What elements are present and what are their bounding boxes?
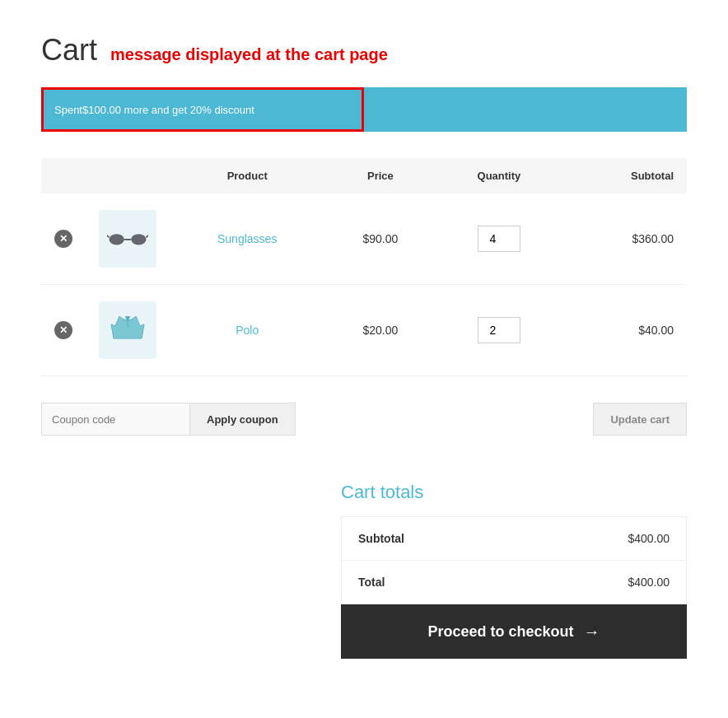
checkout-arrow-icon: → <box>584 622 600 641</box>
subtotal-row: Subtotal $400.00 <box>342 517 686 561</box>
table-row: ✕ Polo $20.00 $40.00 <box>41 285 687 376</box>
svg-line-5 <box>107 235 110 238</box>
col-price-header: Price <box>324 158 436 193</box>
product-image-cell <box>86 285 170 376</box>
total-value: $400.00 <box>628 576 670 589</box>
coupon-left: Apply coupon <box>41 403 296 436</box>
subtotal-label: Subtotal <box>358 532 404 545</box>
remove-button-1[interactable]: ✕ <box>54 321 72 339</box>
svg-line-6 <box>147 235 149 238</box>
product-qty-cell <box>436 285 562 376</box>
remove-button-0[interactable]: ✕ <box>54 230 72 248</box>
cart-table: Product Price Quantity Subtotal ✕ <box>41 158 687 376</box>
progress-bar-text: Spent$100.00 more and get 20% discount <box>54 104 254 116</box>
coupon-input[interactable] <box>41 403 189 436</box>
product-name-cell: Sunglasses <box>170 193 324 285</box>
progress-bar-container: Spent$100.00 more and get 20% discount <box>41 87 687 132</box>
remove-cell: ✕ <box>41 285 86 376</box>
product-image-cell <box>86 193 170 285</box>
product-link-1[interactable]: Polo <box>236 324 259 337</box>
coupon-row: Apply coupon Update cart <box>41 396 687 442</box>
col-remove-header <box>41 158 86 193</box>
subtotal-value: $400.00 <box>628 532 670 545</box>
col-subtotal-header: Subtotal <box>562 158 687 193</box>
table-row: ✕ Sunglasses $90.00 $360.00 <box>41 193 687 285</box>
product-subtotal-cell: $360.00 <box>562 193 687 285</box>
remove-cell: ✕ <box>41 193 86 285</box>
checkout-button[interactable]: Proceed to checkout → <box>341 604 687 659</box>
page-message: message displayed at the cart page <box>110 45 388 64</box>
table-header-row: Product Price Quantity Subtotal <box>41 158 687 193</box>
update-cart-button[interactable]: Update cart <box>593 403 687 436</box>
qty-input-1[interactable] <box>478 317 520 343</box>
product-qty-cell <box>436 193 562 285</box>
product-subtotal-cell: $40.00 <box>562 285 687 376</box>
total-row: Total $400.00 <box>342 561 686 604</box>
col-image-header <box>86 158 170 193</box>
qty-input-0[interactable] <box>478 226 520 252</box>
cart-totals-title: Cart totals <box>341 482 687 503</box>
product-price-cell: $20.00 <box>324 285 436 376</box>
page-container: Cart message displayed at the cart page … <box>0 0 728 692</box>
product-link-0[interactable]: Sunglasses <box>217 232 277 245</box>
page-header: Cart message displayed at the cart page <box>41 33 687 68</box>
cart-totals-box: Cart totals Subtotal $400.00 Total $400.… <box>341 482 687 659</box>
product-image-1 <box>99 301 156 359</box>
product-name-cell: Polo <box>170 285 324 376</box>
product-price-cell: $90.00 <box>324 193 436 285</box>
svg-point-2 <box>110 235 123 244</box>
product-image-0 <box>99 210 156 268</box>
checkout-button-label: Proceed to checkout <box>427 623 573 641</box>
cart-totals-section: Cart totals Subtotal $400.00 Total $400.… <box>41 482 687 659</box>
total-label: Total <box>358 576 385 589</box>
totals-table: Subtotal $400.00 Total $400.00 <box>341 516 687 604</box>
col-qty-header: Quantity <box>436 158 562 193</box>
apply-coupon-button[interactable]: Apply coupon <box>189 403 296 436</box>
progress-bar-fill: Spent$100.00 more and get 20% discount <box>41 87 364 132</box>
page-title: Cart <box>41 33 97 68</box>
col-product-header: Product <box>170 158 324 193</box>
svg-point-3 <box>133 235 145 244</box>
